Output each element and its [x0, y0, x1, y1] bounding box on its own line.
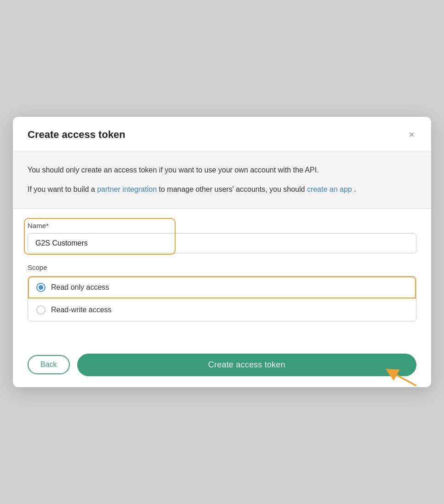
scope-field-section: Scope Read only access Read-write access — [28, 263, 416, 321]
name-label: Name* — [28, 222, 416, 229]
name-field-section: Name* — [28, 222, 416, 253]
scope-read-only-label: Read only access — [51, 283, 109, 292]
create-app-link[interactable]: create an app — [307, 185, 352, 193]
info-paragraph-1: You should only create an access token i… — [28, 164, 416, 176]
scope-options-container: Read only access Read-write access — [28, 276, 416, 321]
name-input[interactable] — [28, 233, 416, 253]
info-p2-prefix: If you want to build a — [28, 185, 97, 193]
back-button[interactable]: Back — [28, 355, 70, 374]
modal-footer: Back Create access token — [13, 344, 431, 387]
modal-title: Create access token — [28, 129, 125, 141]
create-btn-wrapper: Create access token — [77, 354, 416, 376]
create-access-token-button[interactable]: Create access token — [77, 354, 416, 376]
radio-read-only[interactable] — [36, 283, 46, 292]
info-p2-suffix: . — [352, 185, 356, 193]
close-button[interactable]: × — [407, 128, 416, 142]
name-required-indicator: * — [46, 222, 49, 229]
scope-label: Scope — [28, 263, 416, 271]
modal-backdrop: Create access token × You should only cr… — [0, 0, 444, 504]
modal-form-section: Name* Scope Read only access — [13, 209, 431, 344]
modal-header: Create access token × — [13, 117, 431, 151]
scope-read-write-label: Read-write access — [51, 306, 112, 314]
info-paragraph-2: If you want to build a partner integrati… — [28, 183, 416, 195]
radio-read-write[interactable] — [36, 305, 46, 315]
info-p2-middle: to manage other users' accounts, you sho… — [157, 185, 307, 193]
modal-info-section: You should only create an access token i… — [13, 151, 431, 208]
scope-option-read-only[interactable]: Read only access — [28, 276, 416, 299]
modal-dialog: Create access token × You should only cr… — [13, 117, 431, 387]
partner-integration-link[interactable]: partner integration — [97, 185, 157, 193]
scope-option-read-write[interactable]: Read-write access — [28, 299, 416, 321]
